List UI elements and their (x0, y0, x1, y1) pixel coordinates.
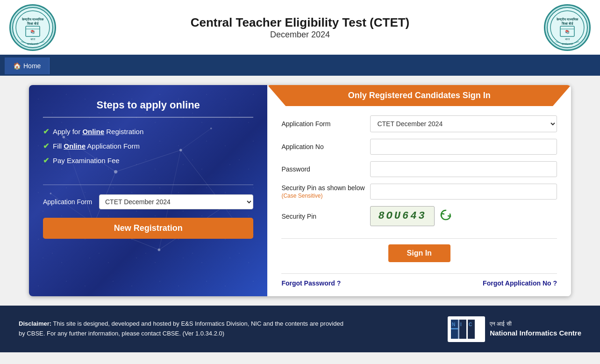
home-icon: 🏠 (13, 62, 21, 70)
svg-text:N: N (452, 322, 455, 327)
svg-text:भारत: भारत (30, 38, 36, 41)
left-panel: Steps to apply online ✔ Apply for Online… (29, 85, 267, 296)
forgot-application-no-link[interactable]: Forgot Application No ? (483, 279, 557, 287)
footer-text: Disclaimer: This site is designed, devel… (19, 319, 346, 339)
nic-hindi-text: एन आई सी (490, 320, 581, 328)
password-input[interactable] (370, 161, 557, 177)
nic-text: एन आई सी National Informatics Centre (490, 320, 581, 339)
security-pin-captcha-row: Security Pin 8OU643 (281, 206, 557, 226)
svg-text:📚: 📚 (565, 29, 570, 34)
svg-text:शिक्षा बोर्ड: शिक्षा बोर्ड (561, 21, 573, 25)
check-icon-2: ✔ (43, 142, 49, 150)
step-text-3: Pay Examination Fee (53, 157, 120, 164)
forgot-password-link[interactable]: Forgot Password ? (281, 279, 341, 287)
new-registration-button[interactable]: New Registration (43, 218, 253, 239)
step-text-1: Apply for Online Registration (53, 128, 143, 136)
svg-rect-43 (451, 328, 458, 329)
password-row: Password (281, 161, 557, 177)
svg-point-31 (158, 249, 161, 251)
header-center: Central Teacher Eligibility Test (CTET) … (56, 15, 544, 40)
nav-home[interactable]: 🏠 Home (5, 57, 50, 74)
disclaimer-title: Disclaimer: (19, 320, 51, 327)
svg-text:सत्यमेव जयते: सत्यमेव जयते (27, 43, 38, 45)
nic-logo: N I C एन आई सी National Informatics Cent… (448, 316, 581, 342)
header-subtitle: December 2024 (56, 30, 544, 40)
captcha-image: 8OU643 (370, 206, 434, 226)
application-no-input[interactable] (370, 139, 557, 155)
step-text-2: Fill Online Application Form (53, 142, 140, 150)
footer: Disclaimer: This site is designed, devel… (0, 306, 600, 352)
svg-text:C: C (469, 322, 472, 327)
security-pin-display: 8OU643 (370, 206, 452, 226)
security-pin-captcha-label: Security Pin (281, 213, 370, 220)
password-label: Password (281, 165, 370, 173)
svg-text:शिक्षा बोर्ड: शिक्षा बोर्ड (27, 21, 39, 25)
security-pin-label: Security Pin as shown below (Case Sensit… (281, 184, 370, 199)
sign-in-button[interactable]: Sign In (388, 244, 450, 262)
nav-home-label: Home (23, 62, 41, 70)
form-divider (281, 238, 557, 239)
navbar: 🏠 Home (0, 56, 600, 76)
logo-right: केन्द्रीय माध्यमिक शिक्षा बोर्ड 📚 भारत स… (544, 4, 591, 51)
case-note: (Case Sensitive) (281, 193, 322, 199)
check-icon-1: ✔ (43, 127, 49, 136)
application-form-row: Application Form CTET December 2024 (281, 115, 557, 132)
security-pin-input[interactable] (370, 184, 557, 200)
application-no-label: Application No (281, 143, 370, 150)
svg-text:भारत: भारत (565, 38, 570, 41)
left-app-form-select[interactable]: CTET December 2024 (99, 194, 253, 209)
card-container: Steps to apply online ✔ Apply for Online… (29, 85, 571, 296)
logo-left: केन्द्रीय माध्यमिक शिक्षा बोर्ड 📚 भारत स… (9, 4, 56, 51)
svg-text:केन्द्रीय माध्यमिक: केन्द्रीय माध्यमिक (556, 17, 579, 21)
disclaimer-body: This site is designed, developed and hos… (19, 320, 343, 337)
security-pin-input-row: Security Pin as shown below (Case Sensit… (281, 184, 557, 200)
svg-point-9 (547, 7, 587, 48)
left-app-form-row: Application Form CTET December 2024 (43, 194, 253, 209)
step-item-3: ✔ Pay Examination Fee (43, 156, 253, 165)
refresh-captcha-button[interactable] (439, 208, 452, 224)
header: केन्द्रीय माध्यमिक शिक्षा बोर्ड 📚 भारत स… (0, 0, 600, 56)
svg-text:सत्यमेव जयते: सत्यमेव जयते (561, 43, 573, 45)
application-no-row: Application No (281, 139, 557, 155)
header-title: Central Teacher Eligibility Test (CTET) (56, 15, 544, 30)
main-content: Steps to apply online ✔ Apply for Online… (0, 76, 600, 306)
check-icon-3: ✔ (43, 156, 49, 165)
left-app-form-label: Application Form (43, 198, 94, 206)
right-panel: Only Registered Candidates Sign In Appli… (267, 85, 571, 296)
application-form-select[interactable]: CTET December 2024 (370, 115, 557, 132)
nic-logo-box: N I C (448, 316, 485, 342)
nic-main-text: National Informatics Centre (490, 328, 581, 339)
application-form-label: Application Form (281, 120, 370, 128)
step-item-2: ✔ Fill Online Application Form (43, 142, 253, 150)
svg-text:I: I (460, 322, 462, 327)
divider (43, 185, 253, 185)
svg-text:📚: 📚 (30, 29, 35, 34)
svg-point-0 (13, 7, 53, 48)
step-list: ✔ Apply for Online Registration ✔ Fill O… (43, 127, 253, 171)
left-panel-title: Steps to apply online (43, 99, 253, 118)
form-divider-2 (281, 273, 557, 274)
svg-marker-42 (458, 320, 459, 339)
forgot-row: Forgot Password ? Forgot Application No … (281, 279, 557, 287)
right-panel-title: Only Registered Candidates Sign In (267, 85, 571, 106)
svg-text:केन्द्रीय माध्यमिक: केन्द्रीय माध्यमिक (21, 17, 44, 21)
step-item-1: ✔ Apply for Online Registration (43, 127, 253, 136)
